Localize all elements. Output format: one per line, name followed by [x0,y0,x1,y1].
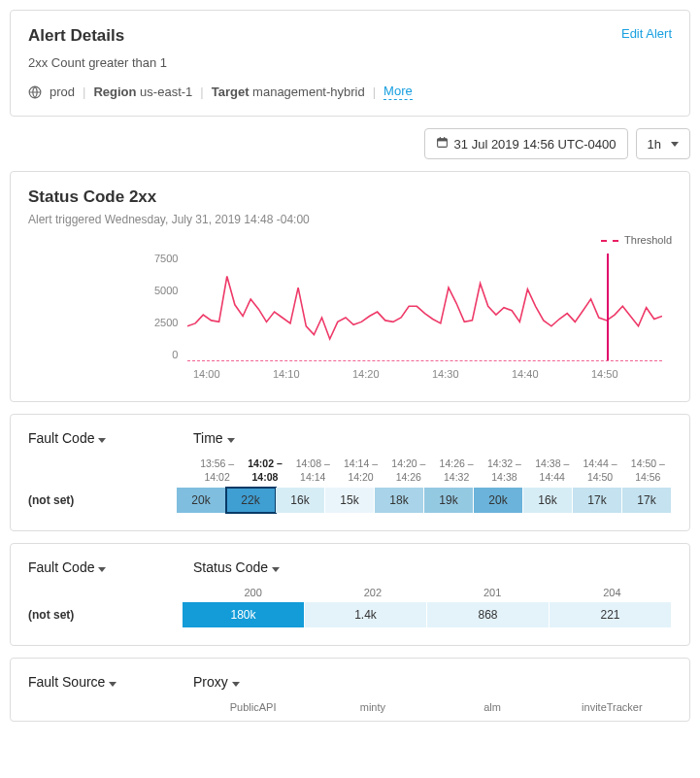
env-value: prod [50,85,75,99]
chevron-down-icon [109,682,117,687]
calendar-icon [436,136,449,152]
fault-proxy-card: Fault Source Proxy PublicAPImintyalminvi… [10,658,690,722]
target-label: Target [212,85,250,99]
chart-subtitle: Alert triggered Wednesday, July 31, 2019… [28,213,672,226]
heat-cell[interactable]: 18k [375,488,424,513]
status-cell[interactable]: 221 [550,602,672,627]
dim1-dropdown[interactable]: Fault Code [28,559,193,575]
x-tick: 14:20 [352,368,432,380]
datetime-button[interactable]: 31 Jul 2019 14:56 UTC-0400 [424,128,628,159]
chart-title: Status Code 2xx [28,187,672,207]
time-header-cell: 14:20 –14:26 [384,457,432,484]
edit-alert-link[interactable]: Edit Alert [621,26,672,41]
heat-cell[interactable]: 22k [226,488,276,513]
x-axis: 14:00 14:10 14:20 14:30 14:40 14:50 [28,368,672,380]
time-header-cell: 14:14 –14:20 [337,457,384,484]
more-link[interactable]: More [383,84,413,100]
y-tick: 0 [172,350,178,360]
status-header-cell: 200 [193,587,313,598]
y-axis: 7500 5000 2500 0 [154,254,187,360]
alert-description: 2xx Count greater than 1 [28,55,672,70]
chevron-down-icon [272,567,280,572]
y-tick: 2500 [154,318,178,328]
chevron-down-icon [232,682,240,687]
y-tick: 7500 [154,254,178,264]
time-header-cell: 14:08 –14:14 [289,457,337,484]
time-header-cell: 14:38 –14:44 [528,457,576,484]
plot-area [187,254,662,360]
heat-cell[interactable]: 17k [622,488,672,513]
alert-title: Alert Details [28,26,124,46]
globe-icon [28,85,42,99]
chevron-down-icon [98,567,106,572]
proxy-header-cell: minty [313,701,432,713]
time-toolbar: 31 Jul 2019 14:56 UTC-0400 1h [10,128,690,159]
threshold-line [187,360,662,361]
range-value: 1h [648,137,661,152]
proxy-header-cell: alm [433,701,552,713]
dim2-dropdown[interactable]: Status Code [193,559,280,575]
time-header-cell: 14:02 –14:08 [241,457,288,484]
range-button[interactable]: 1h [636,128,690,159]
heat-cell[interactable]: 16k [276,488,325,513]
threshold-legend: Threshold [28,234,672,246]
fault-time-card: Fault Code Time 13:56 –14:0214:02 –14:08… [10,414,690,531]
time-header-cell: 14:50 –14:56 [624,457,672,484]
time-header-cell: 14:44 –14:50 [576,457,623,484]
row-label: (not set) [28,608,183,622]
time-header-row: 13:56 –14:0214:02 –14:0814:08 –14:1414:1… [28,457,672,484]
x-tick: 14:40 [512,368,591,380]
x-tick: 14:00 [193,368,273,380]
threshold-swatch-icon [601,240,618,242]
status-cell[interactable]: 180k [183,602,305,627]
status-cell[interactable]: 1.4k [305,602,427,627]
time-header-cell: 13:56 –14:02 [193,457,241,484]
status-strip: 180k1.4k868221 [183,602,672,627]
status-cell[interactable]: 868 [427,602,550,627]
heat-strip: 20k22k16k15k18k19k20k16k17k17k [177,488,672,513]
status-header-cell: 202 [313,587,432,598]
chevron-down-icon [98,438,106,443]
target-value: management-hybrid [252,85,365,99]
alert-details-card: Alert Details Edit Alert 2xx Count great… [10,10,690,117]
dim1-dropdown[interactable]: Fault Source [28,674,193,690]
proxy-header-row: PublicAPImintyalminviteTracker [28,701,672,713]
x-tick: 14:50 [591,368,671,380]
y-tick: 5000 [154,286,178,296]
x-tick: 14:30 [432,368,512,380]
datetime-value: 31 Jul 2019 14:56 UTC-0400 [454,137,617,152]
dim2-dropdown[interactable]: Time [193,430,235,446]
time-header-cell: 14:32 –14:38 [481,457,528,484]
chart-card: Status Code 2xx Alert triggered Wednesda… [10,171,690,402]
chevron-down-icon [227,438,235,443]
dim2-dropdown[interactable]: Proxy [193,674,240,690]
region-label: Region [93,85,136,99]
marker-line [607,254,609,360]
alert-meta-row: prod | Region us-east-1 | Target managem… [28,84,672,100]
region-value: us-east-1 [140,85,192,99]
fault-status-card: Fault Code Status Code 200202201204 (not… [10,543,690,646]
row-label: (not set) [28,493,177,507]
dim1-dropdown[interactable]: Fault Code [28,430,193,446]
status-header-row: 200202201204 [28,587,672,598]
chevron-down-icon [671,142,679,147]
time-header-cell: 14:26 –14:32 [432,457,480,484]
proxy-header-cell: inviteTracker [552,701,672,713]
status-header-cell: 201 [433,587,552,598]
proxy-header-cell: PublicAPI [193,701,313,713]
line-chart [187,254,662,360]
heat-cell[interactable]: 20k [177,488,226,513]
heat-cell[interactable]: 20k [474,488,523,513]
svg-rect-2 [437,139,447,142]
x-tick: 14:10 [273,368,352,380]
heat-cell[interactable]: 19k [424,488,474,513]
status-header-cell: 204 [552,587,672,598]
heat-cell[interactable]: 17k [573,488,622,513]
heat-cell[interactable]: 16k [523,488,573,513]
heat-cell[interactable]: 15k [325,488,375,513]
